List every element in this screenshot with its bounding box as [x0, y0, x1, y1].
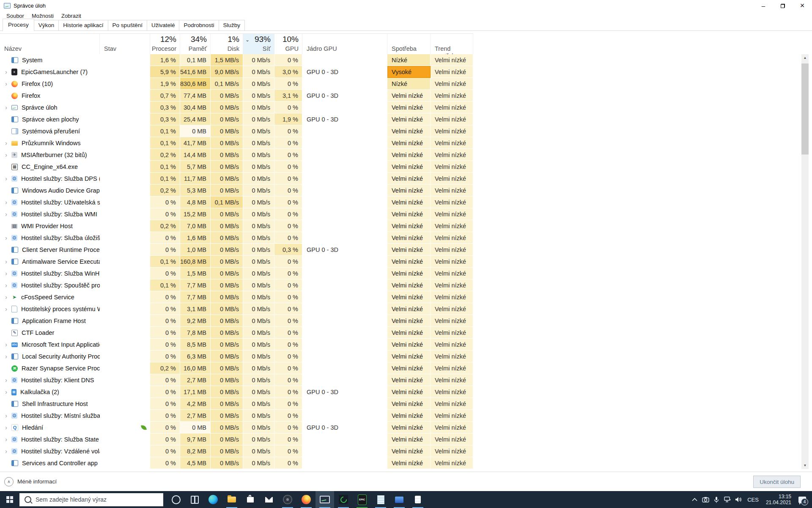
taskbar-notepad-button[interactable]: [371, 491, 390, 508]
tray-volume-icon[interactable]: [733, 491, 744, 508]
taskbar-edge-button[interactable]: [204, 491, 222, 508]
tab-po-spuštění[interactable]: Po spuštění: [108, 20, 147, 31]
process-row[interactable]: Client Server Runtime Process 0 % 1,0 MB…: [0, 244, 473, 256]
process-row[interactable]: System 1,6 % 0,1 MB 1,5 MB/s 0 Mb/s 0 % …: [0, 54, 473, 66]
process-row[interactable]: › ⚙ Hostitel služby: Služba WinHTTP... 0…: [0, 268, 473, 279]
tray-network-icon[interactable]: [722, 491, 733, 508]
tray-microphone-icon[interactable]: [711, 491, 722, 508]
process-row[interactable]: Shell Infrastructure Host 0 % 4,2 MB 0 M…: [0, 398, 473, 410]
expand-chevron-icon[interactable]: ›: [3, 351, 9, 362]
column-header-power-usage[interactable]: Spotřeba ener...: [387, 34, 431, 54]
process-row[interactable]: Systémová přerušení 0,1 % 0 MB 0 MB/s 0 …: [0, 125, 473, 137]
process-row[interactable]: Application Frame Host 0 % 9,2 MB 0 MB/s…: [0, 315, 473, 327]
taskbar-mail-button[interactable]: [260, 491, 278, 508]
vertical-scrollbar[interactable]: ▲ ▼: [801, 54, 809, 469]
column-header-cpu[interactable]: 12% Procesor: [150, 34, 180, 54]
process-row[interactable]: › Správce úloh 0,3 % 30,4 MB 0 MB/s 0 Mb…: [0, 102, 473, 113]
start-button[interactable]: [0, 491, 19, 508]
process-row[interactable]: Správce oken plochy 0,3 % 25,4 MB 0 MB/s…: [0, 113, 473, 125]
tab-procesy[interactable]: Procesy: [3, 19, 34, 31]
process-row[interactable]: Windows Audio Device Graph Is... 0,2 % 5…: [0, 185, 473, 196]
column-header-memory[interactable]: 34% Paměť: [180, 34, 211, 54]
tab-výkon[interactable]: Výkon: [34, 20, 59, 31]
process-row[interactable]: ▦ CC_Engine_x64.exe 0,1 % 5,7 MB 0 MB/s …: [0, 161, 473, 173]
process-row[interactable]: Services and Controller app 0 % 4,5 MB 0…: [0, 457, 473, 469]
restore-button[interactable]: [773, 0, 793, 11]
language-indicator[interactable]: CES: [744, 497, 762, 503]
tray-expand-chevron-icon[interactable]: [689, 491, 700, 508]
notification-center-button[interactable]: 4: [795, 491, 809, 508]
expand-chevron-icon[interactable]: ›: [3, 66, 9, 78]
expand-chevron-icon[interactable]: ›: [3, 149, 9, 161]
expand-chevron-icon[interactable]: ›: [3, 268, 9, 279]
taskbar-task-view-button[interactable]: [185, 491, 204, 508]
tab-služby[interactable]: Služby: [219, 20, 245, 31]
taskbar-store-button[interactable]: [241, 491, 260, 508]
column-header-status[interactable]: Stav: [100, 34, 150, 54]
tab-podrobnosti[interactable]: Podrobnosti: [179, 20, 219, 31]
taskbar-file-explorer-button[interactable]: [222, 491, 241, 508]
process-row[interactable]: › ⚙ Hostitel služby: Služba DPS (Dia... …: [0, 173, 473, 185]
expand-chevron-icon[interactable]: ›: [3, 410, 9, 422]
taskbar-search-input[interactable]: Sem zadejte hledaný výraz: [19, 493, 163, 506]
expand-chevron-icon[interactable]: ›: [3, 196, 9, 208]
less-info-toggle[interactable]: ∧ Méně informací: [4, 477, 57, 486]
column-header-power-trend[interactable]: Trend spotřeb...: [431, 34, 473, 54]
taskbar-audio-app-button[interactable]: [278, 491, 297, 508]
process-row[interactable]: ▤ WMI Provider Host 0,2 % 7,0 MB 0 MB/s …: [0, 220, 473, 232]
expand-chevron-icon[interactable]: ›: [3, 374, 9, 386]
expand-chevron-icon[interactable]: ›: [3, 78, 9, 90]
expand-chevron-icon[interactable]: ›: [3, 137, 9, 149]
process-row[interactable]: › ⚙ Hostitel služby: Uživatelská služ...…: [0, 196, 473, 208]
expand-chevron-icon[interactable]: ›: [3, 339, 9, 351]
process-row[interactable]: › ⚙ Hostitel služby: Místní služba (o...…: [0, 410, 473, 422]
process-row[interactable]: › Hostitelský proces systému Win... 0 % …: [0, 303, 473, 315]
process-row[interactable]: › ⚙ Hostitel služby: Vzdálené volání ...…: [0, 445, 473, 457]
taskbar-firefox-button[interactable]: [297, 491, 315, 508]
taskbar-display-app-button[interactable]: [390, 491, 409, 508]
taskbar-calculator-button[interactable]: [409, 491, 427, 508]
process-row[interactable]: › abc Microsoft Text Input Application 0…: [0, 339, 473, 351]
process-row[interactable]: ✎ CTF Loader 0 % 7,8 MB 0 MB/s 0 Mb/s 0 …: [0, 327, 473, 339]
column-header-disk[interactable]: 1% Disk: [211, 34, 243, 54]
column-header-gpu[interactable]: 10% GPU: [274, 34, 302, 54]
expand-chevron-icon[interactable]: ›: [3, 422, 9, 433]
column-header-network[interactable]: ⌄93% Síť: [243, 34, 274, 54]
process-row[interactable]: › Local Security Authority Process... 0 …: [0, 351, 473, 362]
expand-chevron-icon[interactable]: ›: [3, 291, 9, 303]
expand-chevron-icon[interactable]: ›: [3, 232, 9, 244]
tab-historie-aplikací[interactable]: Historie aplikací: [58, 20, 108, 31]
process-row[interactable]: › ⚙ Hostitel služby: Služba WMI 0 % 15,2…: [0, 208, 473, 220]
process-row[interactable]: › ⚙ Hostitel služby: Klient DNS 0 % 2,7 …: [0, 374, 473, 386]
process-row[interactable]: Firefox 0,7 % 77,4 MB 0 MB/s 0 Mb/s 3,1 …: [0, 90, 473, 102]
taskbar-green-app-button[interactable]: [334, 491, 353, 508]
scroll-down-arrow-icon[interactable]: ▼: [801, 462, 809, 469]
process-row[interactable]: › ➤ cFosSpeed Service 0 % 7,7 MB 0 MB/s …: [0, 291, 473, 303]
expand-chevron-icon[interactable]: ›: [3, 102, 9, 113]
taskbar-epic-games-button[interactable]: EPIC: [353, 491, 371, 508]
taskbar-cortana-button[interactable]: [167, 491, 185, 508]
process-row[interactable]: › ⚙ Hostitel služby: Spouštěč proces... …: [0, 279, 473, 291]
expand-chevron-icon[interactable]: ›: [3, 208, 9, 220]
expand-chevron-icon[interactable]: ›: [3, 303, 9, 315]
taskbar-task-manager-button[interactable]: [315, 491, 334, 508]
taskbar-clock[interactable]: 13:15 21.04.2021: [762, 494, 795, 505]
expand-chevron-icon[interactable]: ›: [3, 279, 9, 291]
process-row[interactable]: › ▦ Kalkulačka (2) 0 % 17,1 MB 0 MB/s 0 …: [0, 386, 473, 398]
process-row[interactable]: › ⚙ Hostitel služby: Služba State Rep...…: [0, 433, 473, 445]
expand-chevron-icon[interactable]: ›: [3, 386, 9, 398]
scroll-up-arrow-icon[interactable]: ▲: [801, 54, 809, 61]
column-header-gpu-engine[interactable]: Jádro GPU: [302, 34, 387, 54]
expand-chevron-icon[interactable]: ›: [3, 256, 9, 268]
process-row[interactable]: Ж Razer Synapse Service Process (... 0,2…: [0, 362, 473, 374]
process-row[interactable]: › Průzkumník Windows 0,1 % 41,7 MB 0 MB/…: [0, 137, 473, 149]
process-row[interactable]: › ✈ MSIAfterburner (32 bitů) 0,2 % 14,4 …: [0, 149, 473, 161]
process-row[interactable]: › E EpicGamesLauncher (7) 5,9 % 541,6 MB…: [0, 66, 473, 78]
process-row[interactable]: › Firefox (10) 1,9 % 830,6 MB 0,1 MB/s 0…: [0, 78, 473, 90]
tray-camera-icon[interactable]: [700, 491, 711, 508]
minimize-button[interactable]: –: [754, 0, 773, 11]
process-row[interactable]: › Q Hledání 0 % 0 MB 0 MB/s 0 Mb/s 0 % G…: [0, 422, 473, 433]
close-button[interactable]: ×: [793, 0, 812, 11]
scrollbar-thumb[interactable]: [801, 64, 809, 155]
menu-item-zobrazit[interactable]: Zobrazit: [58, 12, 85, 20]
